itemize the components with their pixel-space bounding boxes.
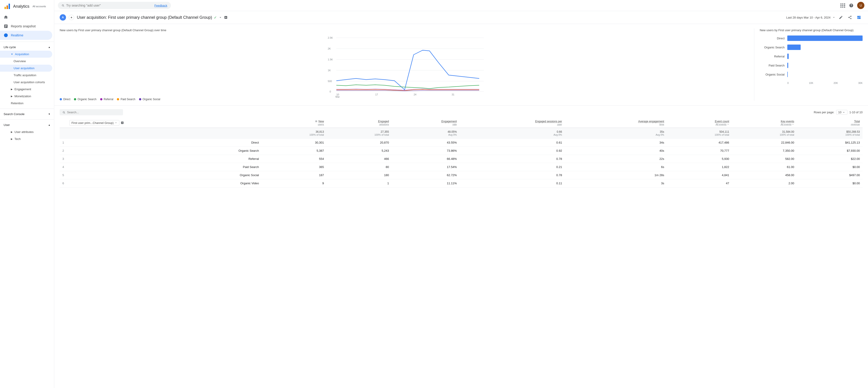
date-range[interactable]: Last 28 days Mar 10 - Apr 6, 2024 — [786, 16, 831, 19]
date-dropdown-icon[interactable] — [832, 16, 835, 19]
sidebar-item-user-attributes[interactable]: ▶ User attributes — [0, 128, 52, 136]
lifecycle-label: Life cycle — [4, 46, 16, 49]
rows-per-page-select[interactable]: 10 — [836, 110, 847, 115]
row-engaged-sessions: 180 — [327, 171, 392, 179]
th-total-revenue[interactable]: Total revenue — [797, 118, 863, 128]
row-esp-user: 0.78 — [460, 171, 565, 179]
th-key-events[interactable]: Key events All events — [732, 118, 797, 128]
table-row: 3 Referral 554 466 66.48% 0.78 22s 5,930… — [60, 155, 863, 163]
user-section[interactable]: User ▲ — [0, 121, 54, 128]
line-chart-container: New users by First user primary channel … — [60, 29, 754, 101]
row-num: 6 — [60, 179, 67, 187]
engagement-expand: ▶ — [11, 88, 13, 90]
row-engagement-rate: 11.11% — [392, 179, 460, 187]
table-search-icon — [62, 111, 65, 114]
help-icon[interactable] — [849, 3, 854, 8]
row-new-users: 187 — [261, 171, 327, 179]
sidebar-item-user-acquisition-cohorts[interactable]: User acquisition cohorts — [0, 79, 52, 86]
pagination-range: 1-10 of 10 — [849, 111, 863, 114]
bar-label-referral: Referral — [760, 55, 784, 58]
th-engagement-rate[interactable]: Engagement rate — [392, 118, 460, 128]
apps-icon[interactable] — [840, 3, 845, 8]
row-avg-time: 40s — [565, 147, 667, 155]
user-acquisition-label: User acquisition — [13, 66, 35, 70]
row-event-count: 70,777 — [667, 147, 732, 155]
sidebar-item-engagement[interactable]: ▶ Engagement — [0, 86, 52, 93]
row-esp-user: 0.11 — [460, 179, 565, 187]
row-num: 5 — [60, 171, 67, 179]
sidebar-item-retention[interactable]: Retention — [0, 100, 52, 107]
esp-user-sub: user — [557, 123, 562, 126]
th-event-count[interactable]: Event count All events — [667, 118, 732, 128]
lifecycle-section[interactable]: Life cycle ▲ — [0, 43, 54, 51]
totals-event-count-val: 504,111 — [670, 130, 729, 133]
sidebar-item-monetization[interactable]: ▶ Monetization — [0, 93, 52, 100]
user-attributes-expand: ▶ — [11, 131, 13, 133]
search-bar[interactable]: Feedback — [58, 2, 171, 9]
search-input[interactable] — [66, 4, 153, 7]
all-accounts-label[interactable]: All accounts — [33, 5, 46, 8]
table-search[interactable] — [60, 109, 123, 115]
feedback-link[interactable]: Feedback — [154, 4, 167, 7]
bar-track-organic-search — [787, 44, 863, 50]
th-avg-time[interactable]: Average engagement time — [565, 118, 667, 128]
sidebar-item-acquisition[interactable]: ▼ Acquisition — [0, 51, 52, 58]
table-search-input[interactable] — [67, 111, 120, 114]
search-console-section[interactable]: Search Console ▼ — [0, 111, 54, 118]
event-count-label: Event count — [715, 120, 729, 123]
pagination-info: Rows per page: 10 1-10 of 10 — [814, 110, 863, 115]
th-key-events-group: Key events All events — [735, 120, 794, 126]
sidebar-item-home[interactable] — [0, 13, 52, 22]
tech-expand: ▶ — [11, 138, 13, 140]
sidebar-item-realtime[interactable]: Realtime — [0, 31, 52, 40]
avg-time-sub: time — [659, 123, 664, 126]
share-button[interactable] — [846, 14, 854, 21]
bar-fill-referral — [787, 54, 789, 59]
sidebar-item-reports-snapshot[interactable]: Reports snapshot — [0, 22, 52, 31]
row-total-revenue: $41,125.13 — [797, 139, 863, 147]
th-engaged-sessions[interactable]: Engaged sessions — [327, 118, 392, 128]
row-new-users: 365 — [261, 163, 327, 171]
key-events-dropdown[interactable] — [792, 123, 794, 125]
th-esp-user[interactable]: Engaged sessions per user — [460, 118, 565, 128]
row-num: 3 — [60, 155, 67, 163]
reports-icon — [4, 24, 8, 29]
sidebar-item-tech[interactable]: ▶ Tech — [0, 136, 52, 143]
svg-text:Mar: Mar — [336, 95, 340, 98]
customize-button[interactable] — [855, 14, 863, 21]
title-dropdown-icon[interactable] — [219, 16, 222, 19]
row-avg-time: 22s — [565, 155, 667, 163]
sidebar-item-overview[interactable]: Overview — [0, 58, 52, 65]
topbar-right: U — [840, 2, 864, 9]
row-engaged-sessions: 1 — [327, 179, 392, 187]
row-num: 2 — [60, 147, 67, 155]
row-esp-user: 0.21 — [460, 163, 565, 171]
th-dimension[interactable]: First user prim...Channel Group) — [67, 118, 261, 128]
dimension-dropdown-icon — [115, 121, 117, 124]
sidebar-item-user-acquisition[interactable]: User acquisition — [0, 65, 52, 72]
th-new-users[interactable]: New users — [261, 118, 327, 128]
dimension-selector[interactable]: First user prim...Channel Group) — [69, 120, 119, 126]
bar-axis-0: 0 — [787, 82, 789, 84]
sort-icon — [315, 120, 318, 123]
title-add-icon[interactable] — [224, 16, 228, 19]
legend-label-direct: Direct — [63, 98, 70, 101]
rows-dropdown-icon — [842, 111, 845, 114]
data-table: First user prim...Channel Group) New — [60, 118, 863, 187]
row-engagement-rate: 73.86% — [392, 147, 460, 155]
bar-row-organic-social: Organic Social — [760, 72, 863, 77]
line-chart-legend: Direct Organic Search Referral Paid Sear… — [60, 98, 754, 101]
event-count-sub: All events — [716, 123, 726, 126]
add-dimension-icon[interactable] — [121, 121, 124, 124]
edit-report-button[interactable] — [837, 14, 844, 21]
avatar[interactable]: U — [857, 2, 864, 9]
row-key-events: 458.00 — [732, 171, 797, 179]
event-count-dropdown[interactable] — [727, 123, 729, 125]
row-avg-time: 34s — [565, 139, 667, 147]
svg-text:1.5K: 1.5K — [328, 58, 333, 61]
row-new-users: 30,301 — [261, 139, 327, 147]
sidebar-item-traffic-acquisition[interactable]: Traffic acquisition — [0, 72, 52, 79]
tech-label: Tech — [14, 137, 21, 141]
add-view-button[interactable]: + — [69, 15, 74, 20]
th-esp-user-group: Engaged sessions per user — [462, 120, 562, 126]
